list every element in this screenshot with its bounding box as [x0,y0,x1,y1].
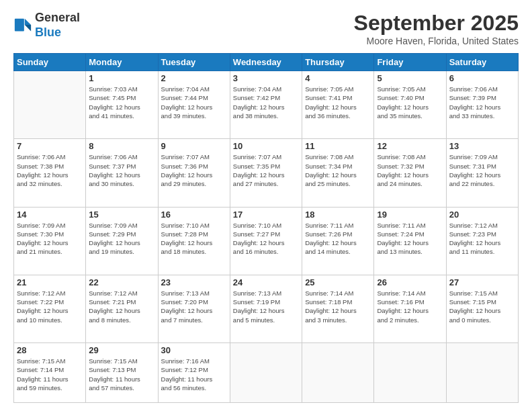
logo-line2: Blue [35,26,80,40]
day-number: 30 [161,345,227,355]
calendar-cell: 3Sunrise: 7:04 AM Sunset: 7:42 PM Daylig… [230,71,302,139]
day-info: Sunrise: 7:05 AM Sunset: 7:41 PM Dayligh… [305,85,371,120]
calendar-cell: 24Sunrise: 7:13 AM Sunset: 7:19 PM Dayli… [230,275,302,342]
svg-marker-1 [25,25,31,31]
day-number: 5 [377,73,443,83]
calendar-cell: 5Sunrise: 7:05 AM Sunset: 7:40 PM Daylig… [374,71,446,139]
day-number: 19 [377,210,443,220]
logo-text: General Blue [35,11,80,40]
logo-icon [13,16,32,35]
day-info: Sunrise: 7:12 AM Sunset: 7:23 PM Dayligh… [449,221,515,257]
day-info: Sunrise: 7:13 AM Sunset: 7:20 PM Dayligh… [161,289,227,324]
calendar-cell: 27Sunrise: 7:15 AM Sunset: 7:15 PM Dayli… [446,275,518,342]
calendar-cell: 4Sunrise: 7:05 AM Sunset: 7:41 PM Daylig… [302,71,374,139]
logo: General Blue [13,11,80,40]
day-info: Sunrise: 7:09 AM Sunset: 7:29 PM Dayligh… [89,221,154,257]
day-number: 4 [305,73,371,83]
day-number: 28 [17,345,83,355]
day-number: 27 [449,277,515,287]
header-wednesday: Wednesday [230,54,302,71]
day-info: Sunrise: 7:06 AM Sunset: 7:37 PM Dayligh… [89,152,154,188]
calendar-cell: 28Sunrise: 7:15 AM Sunset: 7:14 PM Dayli… [14,343,86,403]
day-number: 10 [233,141,299,151]
day-number: 15 [89,210,154,220]
page: General Blue September 2025 Moore Haven,… [0,0,532,411]
day-number: 21 [17,277,83,287]
day-info: Sunrise: 7:11 AM Sunset: 7:24 PM Dayligh… [377,221,443,257]
calendar-cell: 16Sunrise: 7:10 AM Sunset: 7:28 PM Dayli… [158,207,230,275]
day-number: 11 [305,141,371,151]
day-number: 13 [449,141,515,151]
day-number: 6 [449,73,515,83]
day-info: Sunrise: 7:10 AM Sunset: 7:27 PM Dayligh… [233,221,299,257]
day-info: Sunrise: 7:15 AM Sunset: 7:15 PM Dayligh… [449,289,515,324]
calendar-cell [230,343,302,403]
day-number: 3 [233,73,299,83]
day-info: Sunrise: 7:15 AM Sunset: 7:13 PM Dayligh… [89,357,154,392]
calendar-cell: 10Sunrise: 7:07 AM Sunset: 7:35 PM Dayli… [230,139,302,207]
week-row-1: 1Sunrise: 7:03 AM Sunset: 7:45 PM Daylig… [14,71,519,139]
calendar-cell: 30Sunrise: 7:16 AM Sunset: 7:12 PM Dayli… [158,343,230,403]
day-number: 9 [161,141,227,151]
day-info: Sunrise: 7:12 AM Sunset: 7:22 PM Dayligh… [17,289,83,324]
day-info: Sunrise: 7:10 AM Sunset: 7:28 PM Dayligh… [161,221,227,257]
day-info: Sunrise: 7:04 AM Sunset: 7:44 PM Dayligh… [161,85,227,120]
week-row-5: 28Sunrise: 7:15 AM Sunset: 7:14 PM Dayli… [14,343,519,403]
day-info: Sunrise: 7:06 AM Sunset: 7:38 PM Dayligh… [17,152,83,188]
day-number: 1 [89,73,154,83]
day-number: 20 [449,210,515,220]
day-info: Sunrise: 7:05 AM Sunset: 7:40 PM Dayligh… [377,85,443,120]
calendar-cell: 15Sunrise: 7:09 AM Sunset: 7:29 PM Dayli… [86,207,158,275]
day-info: Sunrise: 7:07 AM Sunset: 7:36 PM Dayligh… [161,152,227,188]
day-info: Sunrise: 7:14 AM Sunset: 7:18 PM Dayligh… [305,289,371,324]
day-number: 12 [377,141,443,151]
calendar-cell [446,343,518,403]
svg-rect-2 [15,18,24,31]
calendar-cell: 22Sunrise: 7:12 AM Sunset: 7:21 PM Dayli… [86,275,158,342]
day-number: 22 [89,277,154,287]
header: General Blue September 2025 Moore Haven,… [13,11,519,46]
header-sunday: Sunday [14,54,86,71]
svg-marker-0 [25,18,31,24]
calendar-cell: 20Sunrise: 7:12 AM Sunset: 7:23 PM Dayli… [446,207,518,275]
header-tuesday: Tuesday [158,54,230,71]
calendar-cell: 21Sunrise: 7:12 AM Sunset: 7:22 PM Dayli… [14,275,86,342]
calendar-cell: 7Sunrise: 7:06 AM Sunset: 7:38 PM Daylig… [14,139,86,207]
calendar-cell: 25Sunrise: 7:14 AM Sunset: 7:18 PM Dayli… [302,275,374,342]
day-info: Sunrise: 7:08 AM Sunset: 7:32 PM Dayligh… [377,152,443,188]
calendar-cell: 6Sunrise: 7:06 AM Sunset: 7:39 PM Daylig… [446,71,518,139]
day-info: Sunrise: 7:11 AM Sunset: 7:26 PM Dayligh… [305,221,371,257]
calendar-cell: 1Sunrise: 7:03 AM Sunset: 7:45 PM Daylig… [86,71,158,139]
title-block: September 2025 Moore Haven, Florida, Uni… [354,11,519,46]
day-number: 25 [305,277,371,287]
day-info: Sunrise: 7:14 AM Sunset: 7:16 PM Dayligh… [377,289,443,324]
day-number: 16 [161,210,227,220]
day-number: 23 [161,277,227,287]
day-number: 8 [89,141,154,151]
header-monday: Monday [86,54,158,71]
day-info: Sunrise: 7:09 AM Sunset: 7:31 PM Dayligh… [449,152,515,188]
day-number: 24 [233,277,299,287]
calendar-cell: 23Sunrise: 7:13 AM Sunset: 7:20 PM Dayli… [158,275,230,342]
calendar-cell: 12Sunrise: 7:08 AM Sunset: 7:32 PM Dayli… [374,139,446,207]
day-info: Sunrise: 7:13 AM Sunset: 7:19 PM Dayligh… [233,289,299,324]
header-friday: Friday [374,54,446,71]
calendar: Sunday Monday Tuesday Wednesday Thursday… [13,53,519,403]
calendar-cell: 2Sunrise: 7:04 AM Sunset: 7:44 PM Daylig… [158,71,230,139]
day-number: 18 [305,210,371,220]
day-info: Sunrise: 7:06 AM Sunset: 7:39 PM Dayligh… [449,85,515,120]
day-number: 7 [17,141,83,151]
header-saturday: Saturday [446,54,518,71]
day-info: Sunrise: 7:12 AM Sunset: 7:21 PM Dayligh… [89,289,154,324]
week-row-4: 21Sunrise: 7:12 AM Sunset: 7:22 PM Dayli… [14,275,519,342]
calendar-cell [302,343,374,403]
calendar-cell: 26Sunrise: 7:14 AM Sunset: 7:16 PM Dayli… [374,275,446,342]
day-info: Sunrise: 7:16 AM Sunset: 7:12 PM Dayligh… [161,357,227,392]
calendar-cell: 14Sunrise: 7:09 AM Sunset: 7:30 PM Dayli… [14,207,86,275]
calendar-cell: 11Sunrise: 7:08 AM Sunset: 7:34 PM Dayli… [302,139,374,207]
day-number: 17 [233,210,299,220]
calendar-cell: 19Sunrise: 7:11 AM Sunset: 7:24 PM Dayli… [374,207,446,275]
day-number: 14 [17,210,83,220]
calendar-cell [374,343,446,403]
calendar-cell: 13Sunrise: 7:09 AM Sunset: 7:31 PM Dayli… [446,139,518,207]
